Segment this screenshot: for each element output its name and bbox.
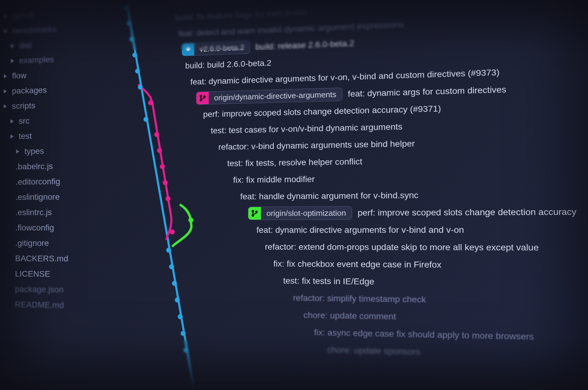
- chevron-right-icon: [9, 134, 15, 139]
- commit-message: chore: update sponsors: [327, 345, 420, 357]
- file-tree-file[interactable]: README.md: [0, 297, 109, 314]
- file-tree-folder[interactable]: test: [1, 127, 110, 144]
- file-tree-item-label: LICENSE: [15, 269, 50, 279]
- file-tree-item-label: benchmarks: [12, 24, 57, 36]
- branch-badge[interactable]: origin/slot-optimization: [248, 206, 352, 220]
- file-tree-file[interactable]: .eslintrc.js: [0, 204, 110, 220]
- svg-marker-1: [4, 29, 7, 33]
- file-tree-item-label: scripts: [12, 101, 35, 111]
- file-tree-file[interactable]: .gitignore: [0, 235, 109, 251]
- chevron-right-icon: [9, 119, 15, 124]
- commit-node: [157, 148, 162, 153]
- svg-marker-0: [4, 14, 7, 19]
- commit-message: build: release 2.6.0-beta.2: [255, 39, 354, 52]
- branch-badge[interactable]: origin/dynamic-directive-arguments: [196, 88, 342, 105]
- file-tree-item-label: .gitignore: [15, 238, 49, 248]
- file-tree-item-label: .editorconfig: [16, 177, 60, 187]
- svg-point-11: [200, 99, 202, 101]
- file-tree-item-label: package.json: [15, 284, 64, 294]
- tag-badge[interactable]: v2.6.0-beta.2: [182, 41, 250, 56]
- file-tree-file[interactable]: package.json: [0, 281, 109, 298]
- svg-marker-2: [11, 44, 14, 48]
- svg-marker-3: [11, 59, 14, 63]
- file-tree-item-label: .flowconfig: [15, 223, 54, 233]
- commit-node: [148, 100, 153, 105]
- chevron-right-icon: [10, 58, 15, 64]
- file-tree-file[interactable]: LICENSE: [0, 266, 109, 283]
- tag-label: v2.6.0-beta.2: [194, 43, 250, 54]
- file-tree-item-label: .eslintignore: [15, 192, 60, 202]
- chevron-right-icon: [15, 149, 20, 154]
- commit-row[interactable]: refactor: extend dom-props update skip t…: [170, 238, 588, 257]
- chevron-right-icon: [3, 14, 9, 19]
- commit-message: feat: dynamic args for custom directives: [348, 85, 506, 99]
- file-tree-folder[interactable]: types: [1, 142, 110, 159]
- file-tree-folder[interactable]: src: [1, 111, 110, 129]
- commit-message: test: fix tests in IE/Edge: [283, 276, 374, 287]
- branch-label: origin/slot-optimization: [261, 208, 352, 218]
- commit-message: refactor: extend dom-props update skip t…: [265, 242, 539, 253]
- svg-marker-4: [4, 74, 7, 79]
- commit-node: [135, 69, 140, 74]
- file-tree-item-label: dist: [19, 40, 32, 50]
- file-tree-item-label: flow: [12, 71, 26, 81]
- chevron-right-icon: [10, 43, 15, 49]
- commit-message: fix: fix middle modifier: [233, 174, 315, 185]
- commit-node: [132, 52, 137, 57]
- svg-point-13: [252, 210, 253, 212]
- commit-message: build: fix feature flags for esm builds: [175, 7, 308, 22]
- file-tree-file[interactable]: .eslintignore: [0, 189, 110, 205]
- commit-node: [124, 5, 129, 10]
- file-tree-item-label: types: [24, 146, 44, 156]
- branch-label: origin/dynamic-directive-arguments: [209, 89, 342, 102]
- commit-node: [163, 180, 168, 185]
- branch-icon: [248, 207, 261, 220]
- commit-message: test: fix tests, resolve helper conflict: [227, 157, 362, 168]
- svg-point-10: [200, 95, 202, 97]
- commit-node: [160, 164, 165, 169]
- file-tree-item-label: test: [19, 131, 32, 141]
- file-tree-file[interactable]: .flowconfig: [0, 220, 110, 235]
- svg-point-12: [204, 96, 205, 97]
- file-tree-item-label: examples: [19, 55, 54, 65]
- commit-message: fix: fix checkbox event edge case in Fir…: [273, 259, 442, 270]
- commit-message: feat: handle dynamic argument for v-bind…: [240, 190, 418, 202]
- commit-node: [138, 84, 143, 89]
- commit-message: perf: improve scoped slots change detect…: [358, 207, 577, 218]
- file-tree-item-label: .eslintrc.js: [15, 208, 52, 217]
- commit-node: [130, 36, 135, 42]
- svg-marker-7: [11, 119, 14, 123]
- file-tree-folder[interactable]: scripts: [1, 96, 110, 114]
- file-tree-file[interactable]: .editorconfig: [0, 173, 109, 190]
- commit-row[interactable]: origin/slot-optimizationperf: improve sc…: [171, 203, 588, 222]
- svg-marker-8: [10, 134, 14, 138]
- chevron-right-icon: [3, 89, 8, 94]
- commit-message: test: test cases for v-on/v-bind dynamic…: [211, 122, 402, 135]
- svg-marker-5: [4, 89, 7, 93]
- commit-message: refactor: v-bind dynamic arguments use b…: [218, 139, 415, 152]
- file-tree-file[interactable]: .babelrc.js: [1, 158, 110, 175]
- chevron-right-icon: [3, 29, 8, 34]
- chevron-right-icon: [3, 74, 8, 79]
- commit-node: [127, 21, 132, 26]
- file-tree-item-label: src: [19, 116, 30, 126]
- commit-node: [143, 117, 148, 122]
- commit-row[interactable]: feat: dynamic directive arguments for v-…: [171, 221, 588, 239]
- chevron-right-icon: [3, 104, 8, 109]
- commit-message: fix: async edge case fix should apply to…: [314, 328, 534, 342]
- svg-point-15: [256, 211, 257, 213]
- file-tree: githubbenchmarksdistexamplesflowpackages…: [0, 0, 113, 390]
- file-tree-item-label: README.md: [15, 300, 64, 310]
- svg-point-14: [252, 215, 253, 216]
- file-tree-item-label: packages: [12, 85, 47, 96]
- file-tree-item-label: .babelrc.js: [16, 162, 53, 172]
- branch-icon: [196, 92, 209, 104]
- tag-icon: [182, 43, 194, 56]
- commit-graph: build: build 2.6.0-beta.3build: fix feat…: [115, 0, 588, 390]
- file-tree-file[interactable]: BACKERS.md: [0, 251, 110, 267]
- commit-message: feat: dynamic directive arguments for v-…: [256, 225, 464, 235]
- commit-node: [154, 132, 159, 137]
- file-tree-item-label: github: [12, 10, 34, 21]
- commit-message: perf: improve scoped slots change detect…: [203, 104, 441, 119]
- commit-message: refactor: simplify timestamp check: [293, 293, 426, 305]
